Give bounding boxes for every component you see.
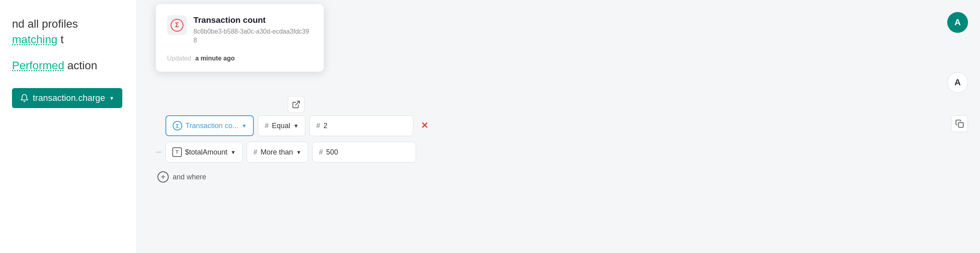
- filter-field-select-1[interactable]: Σ Transaction co... ▼: [165, 115, 254, 136]
- hash-icon-1: #: [265, 122, 269, 130]
- value-hash-icon-2: #: [319, 148, 323, 157]
- operator-label-2: More than: [261, 148, 293, 157]
- updated-value: a minute ago: [195, 55, 235, 62]
- action-text: action: [68, 59, 98, 72]
- tooltip-card: Σ Transaction count 8c6b0be3-b588-3a0c-a…: [156, 4, 324, 72]
- filter-operator-1[interactable]: # Equal ▼: [258, 115, 305, 136]
- matching-keyword: matching: [12, 33, 58, 46]
- filter-field-label-2: $totalAmount: [185, 148, 227, 157]
- tooltip-header: Σ Transaction count 8c6b0be3-b588-3a0c-a…: [167, 15, 312, 45]
- filter-field-label-1: Transaction co...: [185, 122, 238, 130]
- and-where-button[interactable]: + and where: [156, 168, 900, 186]
- value-text-2: 500: [326, 148, 338, 157]
- operator-label-1: Equal: [272, 122, 290, 130]
- filter-row-1: Σ Transaction co... ▼ # Equal ▼ # 2 ✕: [156, 115, 900, 136]
- operator-chevron-2: ▼: [296, 149, 301, 155]
- badge-label: transaction.charge: [33, 93, 105, 103]
- sigma-small-icon-1: Σ: [173, 121, 182, 131]
- external-link-icon: [292, 100, 301, 109]
- open-external-button[interactable]: [288, 96, 305, 113]
- filter-field-chevron-2: ▼: [231, 149, 236, 155]
- bell-icon: [20, 94, 29, 102]
- filter-field-chevron-1: ▼: [241, 123, 247, 129]
- filter-row-2: T $totalAmount ▼ # More than ▼ # 500: [156, 142, 900, 163]
- svg-rect-1: [958, 122, 963, 127]
- filters-container: Σ Transaction co... ▼ # Equal ▼ # 2 ✕: [156, 115, 900, 186]
- mid-avatar-letter: A: [954, 77, 961, 88]
- tooltip-text-group: Transaction count 8c6b0be3-b588-3a0c-a30…: [193, 15, 312, 45]
- hash-icon-2: #: [253, 148, 257, 157]
- operator-chevron-1: ▼: [293, 123, 299, 129]
- left-panel: nd all profiles matching t Performed act…: [0, 0, 136, 253]
- performed-keyword: Performed: [12, 59, 64, 72]
- performed-text: Performed action: [12, 59, 124, 72]
- matching-text: nd all profiles matching t: [12, 16, 124, 47]
- and-where-label: and where: [173, 173, 206, 181]
- sigma-icon: Σ: [171, 19, 183, 32]
- filter-field-select-2[interactable]: T $totalAmount ▼: [165, 142, 243, 163]
- tooltip-updated: Updated a minute ago: [167, 55, 312, 62]
- matching-prefix: nd all profiles: [12, 18, 78, 30]
- top-avatar-letter: A: [954, 17, 961, 28]
- text-icon-2: T: [172, 147, 182, 157]
- tooltip-title: Transaction count: [193, 15, 312, 25]
- top-right-avatar[interactable]: A: [947, 12, 968, 33]
- filter-value-1[interactable]: # 2: [309, 115, 413, 136]
- matching-suffix: t: [60, 33, 64, 46]
- value-hash-icon-1: #: [316, 122, 320, 130]
- tooltip-id: 8c6b0be3-b588-3a0c-a30d-ecdaa3fdc398: [193, 27, 312, 45]
- right-panel: Σ Transaction count 8c6b0be3-b588-3a0c-a…: [136, 0, 980, 253]
- plus-circle-icon: +: [157, 171, 169, 183]
- svg-line-0: [295, 101, 299, 105]
- updated-label: Updated: [167, 55, 191, 62]
- tooltip-icon-wrap: Σ: [167, 15, 187, 35]
- transaction-badge[interactable]: transaction.charge ▼: [12, 88, 122, 108]
- filter-value-2[interactable]: # 500: [312, 142, 416, 163]
- badge-chevron-icon: ▼: [109, 95, 114, 101]
- mid-right-avatar[interactable]: A: [947, 72, 968, 93]
- copy-icon: [955, 119, 964, 128]
- copy-button[interactable]: [951, 115, 968, 132]
- value-text-1: 2: [323, 122, 327, 130]
- delete-filter-1-button[interactable]: ✕: [417, 118, 432, 133]
- filter-operator-2[interactable]: # More than ▼: [247, 142, 308, 163]
- main-container: nd all profiles matching t Performed act…: [0, 0, 980, 253]
